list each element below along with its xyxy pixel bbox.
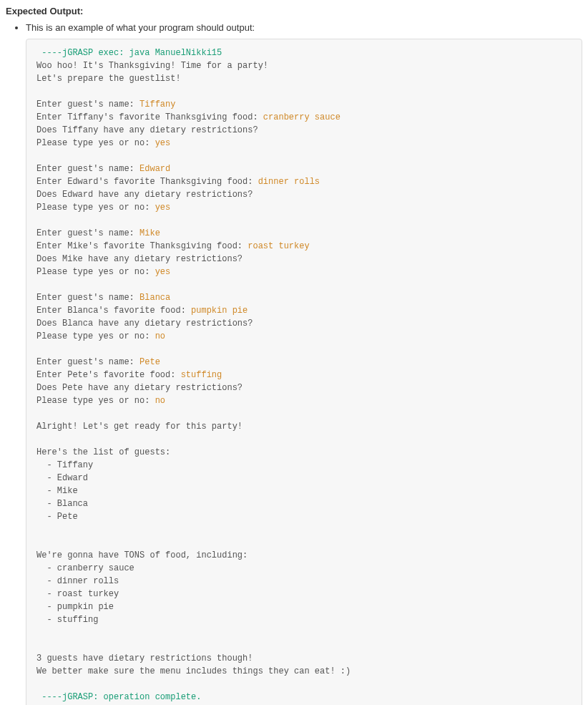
output-line: Let's prepare the guestlist! — [36, 74, 181, 84]
intro-text: This is an example of what your program … — [26, 22, 255, 33]
user-input: yes — [155, 203, 171, 213]
output-line: Alright! Let's get ready for this party! — [36, 422, 242, 432]
user-input: Blanca — [139, 293, 170, 303]
user-input: cranberry sauce — [263, 112, 340, 122]
food-list: - cranberry sauce - dinner rolls - roast… — [36, 563, 134, 625]
exec-end-line: ----jGRASP: operation complete. — [36, 692, 201, 702]
output-line: We're gonna have TONS of food, including… — [36, 550, 248, 560]
user-input: pumpkin pie — [191, 306, 248, 316]
output-line: 3 guests have dietary restrictions thoug… — [36, 653, 253, 663]
output-list: This is an example of what your program … — [6, 22, 582, 705]
exec-start-line: ----jGRASP exec: java ManuelNikki15 — [36, 48, 222, 58]
user-input: roast turkey — [248, 241, 309, 251]
user-input: no — [155, 396, 165, 406]
user-input: yes — [155, 138, 171, 148]
user-input: yes — [155, 267, 171, 277]
user-input: Tiffany — [139, 99, 175, 110]
output-list-item: This is an example of what your program … — [26, 22, 582, 705]
output-line: We better make sure the menu includes th… — [36, 666, 351, 676]
guest-list: - Tiffany - Edward - Mike - Blanca - Pet… — [36, 460, 93, 522]
user-input: Pete — [139, 357, 160, 367]
user-input: no — [155, 331, 165, 341]
output-line: Here's the list of guests: — [36, 447, 170, 457]
guest-blocks: Enter guest's name: Tiffany Enter Tiffan… — [36, 99, 340, 406]
user-input: Mike — [139, 228, 160, 238]
user-input: stuffing — [181, 370, 222, 380]
user-input: dinner rolls — [258, 177, 320, 187]
user-input: Edward — [139, 164, 170, 174]
code-output-box: ----jGRASP exec: java ManuelNikki15 Woo … — [26, 39, 582, 705]
section-heading: Expected Output: — [6, 6, 582, 16]
output-line: Woo hoo! It's Thanksgiving! Time for a p… — [36, 61, 268, 71]
